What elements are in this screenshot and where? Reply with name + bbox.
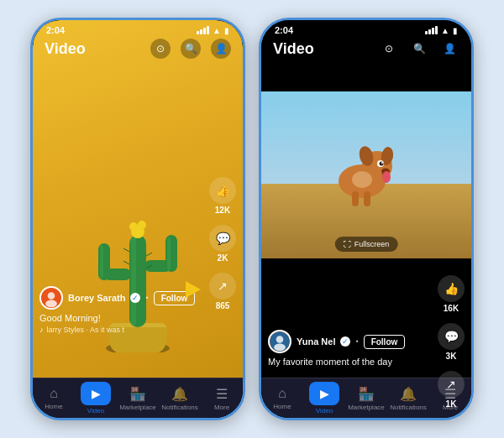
status-time-1: 2:04: [46, 25, 65, 35]
svg-point-17: [48, 292, 55, 300]
s-bar-2: [428, 29, 431, 34]
search-icon-2[interactable]: 🔍: [409, 39, 429, 59]
status-icons-2: ▲ ▮: [425, 26, 458, 35]
signal-bar-3: [203, 28, 206, 34]
marketplace-icon: 🏪: [129, 386, 146, 402]
dog-scene: ⛶ Fullscreen: [261, 91, 471, 258]
share-button[interactable]: ↗ 865: [209, 273, 236, 310]
signal-bar-4: [207, 26, 209, 34]
svg-point-33: [274, 344, 286, 352]
bell-icon-2: 🔔: [400, 386, 417, 402]
nav-marketplace-1[interactable]: 🏪 Marketplace: [117, 386, 159, 411]
svg-rect-5: [100, 245, 103, 279]
avatar-2: [268, 330, 291, 353]
dog-svg: [320, 129, 404, 213]
video-nav-icon: ▶: [92, 387, 101, 400]
bottom-nav-1: ⌂ Home ▶ Video 🏪 Marketplace 🔔 Notificat…: [33, 378, 243, 418]
comment-icon-2: 💬: [438, 323, 465, 350]
like-count: 12K: [215, 206, 230, 215]
wifi-icon-2: ▲: [441, 26, 449, 35]
camera-icon[interactable]: ⊙: [150, 39, 171, 59]
video-info-2: Yuna Nel ✓ • Follow My favorite moment o…: [268, 330, 429, 369]
user-row-2: Yuna Nel ✓ • Follow: [268, 330, 429, 353]
like-icon-2: 👍: [438, 275, 465, 302]
share-icon-2: ↗: [438, 371, 465, 398]
action-buttons-1: 👍 12K 💬 2K ↗ 865: [209, 177, 236, 310]
nav-home-label-2: Home: [273, 403, 291, 410]
caption-2: My favorite moment of the day: [268, 357, 429, 367]
home-icon-2: ⌂: [278, 386, 286, 401]
verified-badge-2: ✓: [340, 336, 350, 347]
phone2-dark-bottom: 👍 16K 💬 3K ↗ 1K ···: [261, 258, 471, 378]
svg-line-14: [146, 253, 152, 256]
nav-video-label-1: Video: [87, 407, 104, 415]
comment-count: 2K: [218, 253, 228, 263]
video-info-1: Borey Sarath ✓ • Follow Good Morning! ♪ …: [39, 286, 201, 334]
fullscreen-label: Fullscreen: [354, 240, 390, 248]
nav-home-2[interactable]: ⌂ Home: [261, 386, 303, 410]
nav-more-label-1: More: [214, 404, 229, 411]
search-icon[interactable]: 🔍: [181, 39, 201, 59]
nav-notifications-2[interactable]: 🔔 Notifications: [387, 386, 429, 411]
nav-more-1[interactable]: ☰ More: [201, 386, 243, 411]
status-bar-2: 2:04 ▲ ▮: [261, 20, 471, 37]
top-bar-icons-2: ⊙ 🔍 👤: [379, 39, 459, 59]
arrow-shape: [186, 281, 201, 298]
profile-icon-2[interactable]: 👤: [439, 39, 459, 59]
page-title-2: Video: [273, 40, 314, 58]
svg-rect-8: [167, 237, 171, 270]
fullscreen-button[interactable]: ⛶ Fullscreen: [335, 237, 398, 252]
like-button[interactable]: 👍 12K: [209, 177, 236, 215]
avatar-img-1: [41, 286, 61, 310]
dot-separator-2: •: [355, 337, 358, 346]
status-bar-1: 2:04 ▲ ▮: [33, 20, 243, 37]
dot-separator-1: •: [145, 294, 148, 302]
phone1-video-area: 2:04 ▲ ▮ Video: [33, 20, 243, 378]
caption-1: Good Morning!: [39, 313, 201, 323]
svg-point-10: [129, 222, 138, 231]
share-count-2: 1K: [446, 399, 457, 409]
username-2: Yuna Nel: [297, 336, 335, 347]
nav-home-1[interactable]: ⌂ Home: [33, 386, 75, 410]
nav-video-2[interactable]: ▶ Video: [303, 382, 345, 415]
comment-button[interactable]: 💬 2K: [209, 225, 236, 263]
battery-icon-2: ▮: [453, 26, 458, 35]
verified-badge-1: ✓: [130, 293, 140, 303]
nav-notif-label-2: Notifications: [390, 404, 427, 411]
share-count: 865: [216, 301, 230, 310]
video-nav-btn-1[interactable]: ▶: [81, 382, 111, 405]
fullscreen-icon: ⛶: [344, 240, 351, 248]
nav-video-label-2: Video: [316, 407, 333, 415]
yellow-arrow: [186, 281, 201, 298]
nav-marketplace-2[interactable]: 🏪 Marketplace: [345, 386, 387, 411]
s-bar-1: [425, 31, 428, 34]
signal-bar-1: [197, 31, 199, 34]
profile-icon[interactable]: 👤: [211, 39, 231, 59]
video-nav-btn-2[interactable]: ▶: [309, 382, 339, 405]
camera-icon-2[interactable]: ⊙: [379, 39, 399, 59]
signal-bar-2: [200, 29, 202, 34]
music-icon-1: ♪: [39, 326, 44, 334]
battery-icon-1: ▮: [224, 26, 229, 35]
nav-notifications-1[interactable]: 🔔 Notifications: [159, 386, 201, 411]
action-buttons-2: 👍 16K 💬 3K ↗ 1K ···: [438, 275, 465, 418]
phone2: 2:04 ▲ ▮ Video ⊙ 🔍: [259, 18, 474, 420]
like-icon: 👍: [209, 177, 236, 204]
nav-video-1[interactable]: ▶ Video: [75, 382, 117, 415]
follow-button-2[interactable]: Follow: [364, 335, 406, 349]
home-icon: ⌂: [50, 386, 58, 401]
comment-icon: 💬: [209, 225, 236, 252]
share-button-2[interactable]: ↗ 1K: [438, 371, 465, 409]
svg-point-27: [382, 171, 391, 183]
svg-line-13: [123, 261, 129, 264]
phone1-inner: 2:04 ▲ ▮ Video: [33, 20, 243, 418]
dog-video-area: ⛶ Fullscreen: [261, 91, 471, 258]
music-row-1: ♪ larry Styles · As it was t: [39, 326, 201, 334]
like-button-2[interactable]: 👍 16K: [438, 275, 465, 313]
share-icon: ↗: [209, 273, 236, 300]
comment-button-2[interactable]: 💬 3K: [438, 323, 465, 361]
signal-bars-1: [197, 26, 209, 34]
video-nav-icon-2: ▶: [320, 387, 329, 400]
svg-point-18: [45, 300, 57, 308]
main-container: 2:04 ▲ ▮ Video: [13, 1, 491, 437]
